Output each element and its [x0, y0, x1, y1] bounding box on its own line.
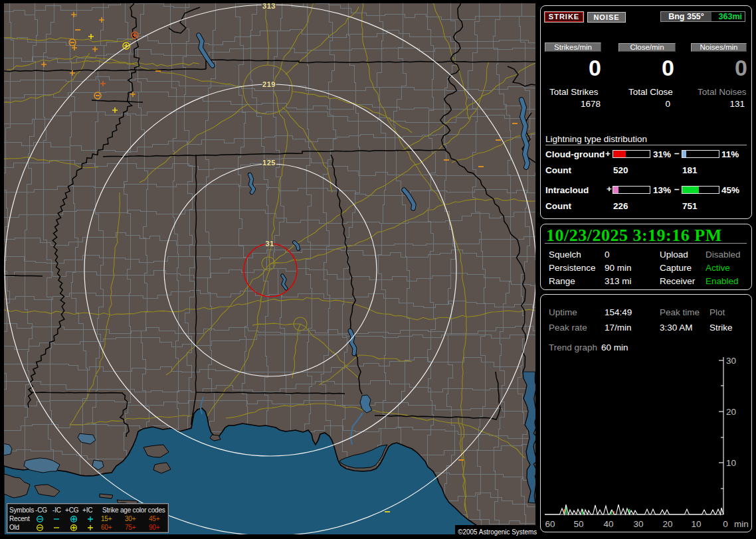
- svg-text:10: 10: [691, 519, 701, 529]
- svg-text:40: 40: [603, 519, 613, 529]
- svg-text:min: min: [734, 519, 749, 529]
- svg-text:10: 10: [726, 458, 736, 468]
- svg-text:30: 30: [726, 356, 736, 366]
- svg-text:50: 50: [573, 519, 583, 529]
- svg-text:20: 20: [662, 519, 672, 529]
- svg-text:60: 60: [545, 519, 555, 529]
- svg-text:30: 30: [633, 519, 643, 529]
- svg-text:20: 20: [726, 407, 736, 417]
- svg-text:0: 0: [723, 519, 728, 529]
